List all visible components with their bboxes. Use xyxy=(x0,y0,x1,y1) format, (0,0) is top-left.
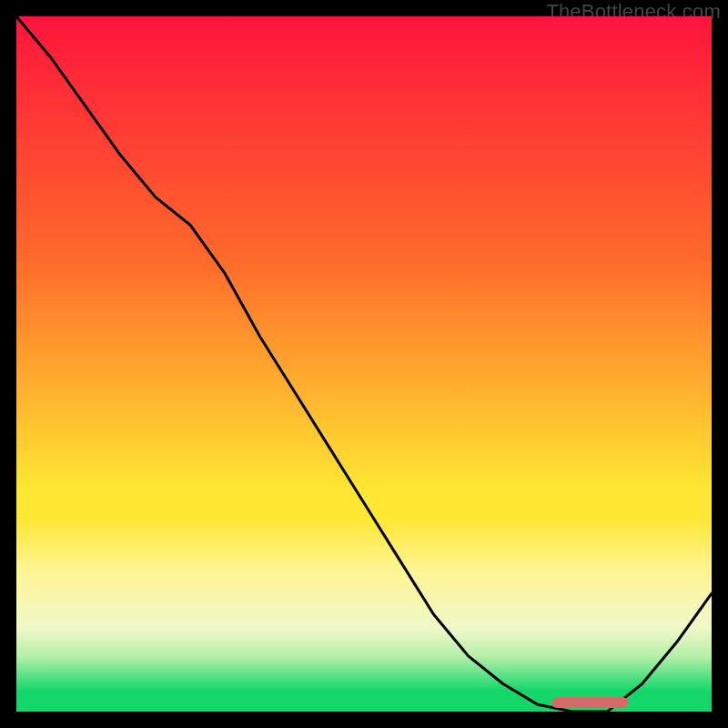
bottleneck-chart xyxy=(16,16,712,712)
optimum-marker xyxy=(551,697,628,708)
bottleneck-curve xyxy=(16,16,712,712)
curve-svg xyxy=(16,16,712,712)
